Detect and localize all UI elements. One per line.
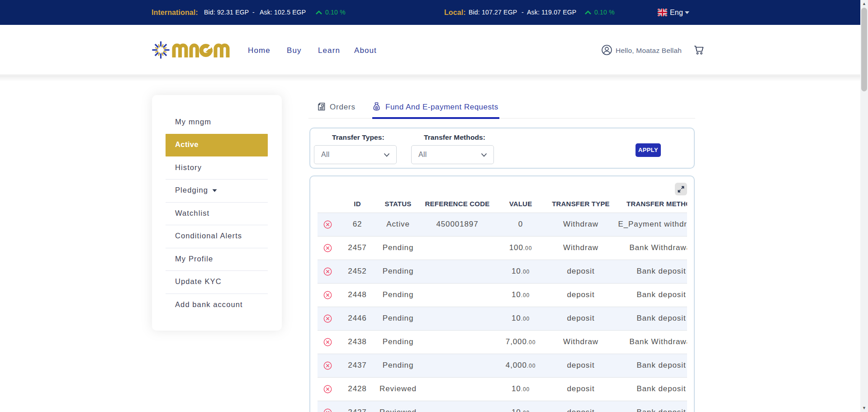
svg-text:$: $ [376, 106, 377, 109]
